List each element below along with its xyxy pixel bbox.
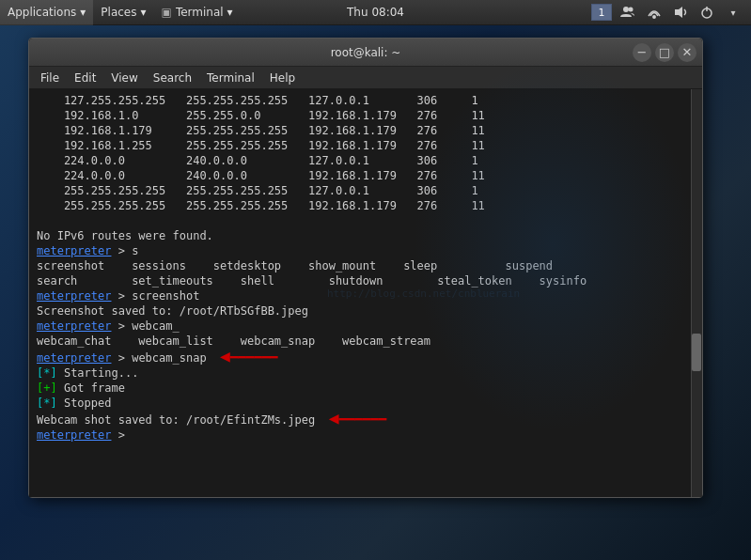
line-webcam-saved: Webcam shot saved to: /root/EfintZMs.jpe…	[37, 411, 695, 428]
line-cmd-screenshot: meterpreter > screenshot	[37, 288, 695, 303]
line-cmd-s: meterpreter > s	[37, 243, 695, 258]
prompt-webcam: meterpreter	[37, 319, 111, 333]
line-2: 192.168.1.0 255.255.0.0 192.168.1.179 27…	[37, 108, 695, 123]
svg-point-0	[623, 7, 629, 12]
line-no-ipv6: No IPv6 routes were found.	[37, 228, 695, 243]
menu-file[interactable]: File	[33, 70, 67, 86]
audio-icon[interactable]	[670, 2, 691, 23]
taskbar-left: Applications ▾ Places ▾ ▣ Terminal ▾	[0, 0, 591, 25]
taskbar-right: 1	[591, 2, 751, 23]
terminal-label: Terminal	[176, 6, 224, 19]
line-completions1: screenshot sessions setdesktop show_moun…	[37, 258, 695, 273]
network-icon[interactable]	[644, 2, 665, 23]
menu-search[interactable]: Search	[146, 70, 199, 86]
line-7: 255.255.255.255 255.255.255.255 127.0.0.…	[37, 183, 695, 198]
terminal-scrollbar[interactable]	[691, 89, 702, 497]
menu-view[interactable]: View	[103, 70, 145, 86]
line-5: 224.0.0.0 240.0.0.0 127.0.0.1 306 1	[37, 153, 695, 168]
applications-arrow: ▾	[80, 6, 86, 19]
line-4: 192.168.1.255 255.255.255.255 192.168.1.…	[37, 138, 695, 153]
scroll-thumb[interactable]	[692, 334, 701, 371]
line-screenshot-saved: Screenshot saved to: /root/RTbSGfBB.jpeg	[37, 303, 695, 319]
terminal-menu[interactable]: ▣ Terminal ▾	[154, 0, 241, 25]
prompt-s: meterpreter	[37, 244, 111, 257]
places-menu[interactable]: Places ▾	[93, 0, 153, 25]
terminal-titlebar: root@kali: ~ − □ ✕	[29, 39, 702, 67]
line-blank	[37, 213, 695, 228]
prompt-snap: meterpreter	[37, 351, 111, 365]
line-6: 224.0.0.0 240.0.0.0 192.168.1.179 276 11	[37, 168, 695, 183]
line-starting: [*] Starting...	[37, 366, 695, 381]
menu-terminal[interactable]: Terminal	[199, 70, 262, 86]
line-stopped: [*] Stopped	[37, 396, 695, 411]
prompt-final: meterpreter	[37, 428, 111, 442]
line-cmd-snap: meterpreter > webcam_snap ◀━━━━━━	[37, 349, 695, 366]
workspace-button[interactable]: 1	[591, 4, 612, 21]
menu-bar: File Edit View Search Terminal Help	[29, 67, 702, 89]
applications-menu[interactable]: Applications ▾	[0, 0, 93, 25]
line-8: 255.255.255.255 255.255.255.255 192.168.…	[37, 198, 695, 213]
minimize-button[interactable]: −	[633, 43, 651, 62]
terminal-window: root@kali: ~ − □ ✕ File Edit View Search…	[28, 38, 703, 498]
line-cmd-webcam: meterpreter > webcam_	[37, 319, 695, 334]
users-icon[interactable]	[618, 2, 638, 23]
line-3: 192.168.1.179 255.255.255.255 192.168.1.…	[37, 123, 695, 138]
line-final-prompt: meterpreter >	[37, 428, 695, 443]
menu-help[interactable]: Help	[262, 70, 303, 86]
terminal-arrow: ▾	[227, 6, 233, 19]
line-webcam-completions: webcam_chat webcam_list webcam_snap webc…	[37, 334, 695, 349]
places-label: Places	[101, 6, 136, 19]
menu-edit[interactable]: Edit	[67, 70, 103, 86]
power-arrow: ▾	[723, 2, 743, 23]
svg-marker-3	[675, 7, 682, 18]
terminal-title: root@kali: ~	[331, 46, 401, 59]
line-completions2: search set_timeouts shell shutdown steal…	[37, 273, 695, 288]
taskbar: Applications ▾ Places ▾ ▣ Terminal ▾ Thu…	[0, 0, 751, 25]
taskbar-clock: Thu 08:04	[347, 6, 404, 19]
window-controls: − □ ✕	[633, 43, 696, 62]
svg-point-1	[629, 8, 634, 12]
line-got-frame: [+] Got frame	[37, 381, 695, 396]
maximize-button[interactable]: □	[655, 43, 674, 62]
terminal-content[interactable]: 127.255.255.255 255.255.255.255 127.0.0.…	[29, 89, 702, 497]
svg-point-2	[653, 16, 655, 18]
prompt-screenshot: meterpreter	[37, 289, 111, 303]
applications-label: Applications	[8, 6, 76, 19]
close-button[interactable]: ✕	[678, 43, 696, 62]
line-1: 127.255.255.255 255.255.255.255 127.0.0.…	[37, 93, 695, 108]
places-arrow: ▾	[141, 6, 147, 19]
terminal-icon: ▣	[162, 6, 172, 19]
power-icon[interactable]	[696, 2, 717, 23]
